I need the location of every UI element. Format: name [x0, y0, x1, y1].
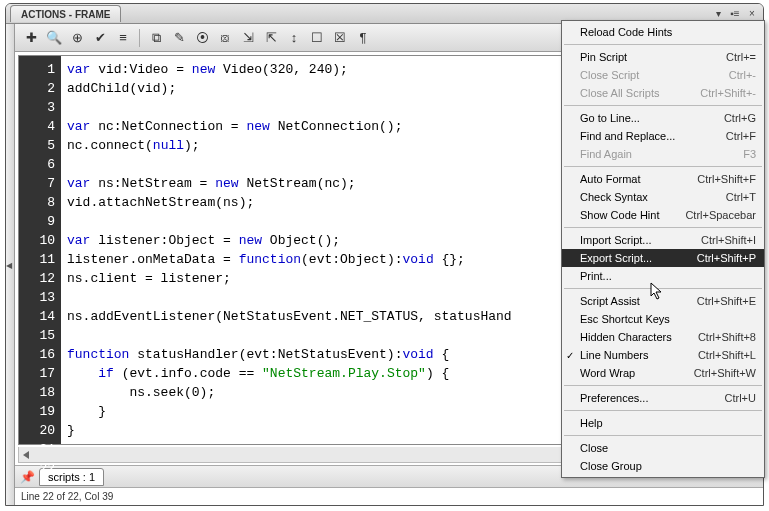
line-number: 11: [19, 250, 61, 269]
menu-item-auto-format[interactable]: Auto FormatCtrl+Shift+F: [562, 170, 764, 188]
remove-comment-icon[interactable]: ☒: [330, 28, 350, 48]
line-number: 3: [19, 98, 61, 117]
menu-item-shortcut: F3: [743, 148, 756, 160]
menu-item-label: Check Syntax: [580, 191, 726, 203]
line-number: 9: [19, 212, 61, 231]
menu-item-check-syntax[interactable]: Check SyntaxCtrl+T: [562, 188, 764, 206]
menu-item-show-code-hint[interactable]: Show Code HintCtrl+Spacebar: [562, 206, 764, 224]
debug-options-icon[interactable]: ✎: [169, 28, 189, 48]
menu-item-shortcut: Ctrl+Shift+L: [698, 349, 756, 361]
menu-item-label: Import Script...: [580, 234, 701, 246]
menu-item-label: Auto Format: [580, 173, 697, 185]
menu-separator: [564, 166, 762, 167]
remove-breakpoints-icon[interactable]: ⦻: [215, 28, 235, 48]
line-number: 10: [19, 231, 61, 250]
check-syntax-icon[interactable]: ✔: [90, 28, 110, 48]
menu-item-hidden-characters[interactable]: Hidden CharactersCtrl+Shift+8: [562, 328, 764, 346]
menu-item-label: Close All Scripts: [580, 87, 700, 99]
menu-separator: [564, 105, 762, 106]
menu-item-shortcut: Ctrl+T: [726, 191, 756, 203]
line-number: 2: [19, 79, 61, 98]
line-number: 15: [19, 326, 61, 345]
menu-item-label: Word Wrap: [580, 367, 694, 379]
line-number: 7: [19, 174, 61, 193]
check-icon: ✓: [566, 350, 574, 361]
menu-item-shortcut: Ctrl+=: [726, 51, 756, 63]
menu-item-label: Pin Script: [580, 51, 726, 63]
panel-title: ACTIONS - FRAME: [21, 9, 110, 20]
menu-item-label: Reload Code Hints: [580, 26, 756, 38]
menu-item-label: Line Numbers: [580, 349, 698, 361]
menu-item-shortcut: Ctrl+Shift+W: [694, 367, 756, 379]
add-script-icon[interactable]: ✚: [21, 28, 41, 48]
menu-item-shortcut: Ctrl+Shift+P: [697, 252, 756, 264]
menu-item-shortcut: Ctrl+G: [724, 112, 756, 124]
menu-item-export-script[interactable]: Export Script...Ctrl+Shift+P: [562, 249, 764, 267]
menu-item-import-script[interactable]: Import Script...Ctrl+Shift+I: [562, 231, 764, 249]
apply-comment-icon[interactable]: ☐: [307, 28, 327, 48]
menu-item-shortcut: Ctrl+U: [725, 392, 756, 404]
menu-item-go-to-line[interactable]: Go to Line...Ctrl+G: [562, 109, 764, 127]
sidebar-toggle-handle[interactable]: [6, 24, 15, 505]
line-number: 18: [19, 383, 61, 402]
menu-item-esc-shortcut-keys[interactable]: Esc Shortcut Keys: [562, 310, 764, 328]
menu-item-preferences[interactable]: Preferences...Ctrl+U: [562, 389, 764, 407]
menu-item-label: Hidden Characters: [580, 331, 698, 343]
collapse-icon[interactable]: ▾: [711, 7, 725, 20]
menu-item-close[interactable]: Close: [562, 439, 764, 457]
menu-item-help[interactable]: Help: [562, 414, 764, 432]
menu-item-label: Show Code Hint: [580, 209, 685, 221]
line-number: 4: [19, 117, 61, 136]
menu-separator: [564, 44, 762, 45]
expand-all-icon[interactable]: ↕: [284, 28, 304, 48]
menu-item-shortcut: Ctrl+F: [726, 130, 756, 142]
menu-item-label: Close Script: [580, 69, 729, 81]
line-number-gutter: 12345678910111213141516171819202122: [19, 56, 61, 444]
collapse-selection-icon[interactable]: ⇱: [261, 28, 281, 48]
menu-item-close-script: Close ScriptCtrl+-: [562, 66, 764, 84]
line-number: 12: [19, 269, 61, 288]
menu-item-pin-script[interactable]: Pin ScriptCtrl+=: [562, 48, 764, 66]
menu-separator: [564, 288, 762, 289]
target-path-icon[interactable]: ⊕: [67, 28, 87, 48]
menu-item-script-assist[interactable]: Script AssistCtrl+Shift+E: [562, 292, 764, 310]
collapse-between-icon[interactable]: ⇲: [238, 28, 258, 48]
line-number: 14: [19, 307, 61, 326]
menu-item-label: Print...: [580, 270, 756, 282]
cursor-position-text: Line 22 of 22, Col 39: [21, 491, 113, 502]
panel-menu-icon[interactable]: ▪≡: [728, 7, 742, 20]
menu-item-shortcut: Ctrl+Shift+F: [697, 173, 756, 185]
code-hint-icon[interactable]: ⧉: [146, 28, 166, 48]
line-number: 8: [19, 193, 61, 212]
menu-item-line-numbers[interactable]: ✓Line NumbersCtrl+Shift+L: [562, 346, 764, 364]
close-panel-icon[interactable]: ×: [745, 7, 759, 20]
panel-options-menu: Reload Code HintsPin ScriptCtrl+=Close S…: [561, 20, 765, 478]
menu-item-close-group[interactable]: Close Group: [562, 457, 764, 475]
menu-item-label: Script Assist: [580, 295, 697, 307]
show-hidden-icon[interactable]: ¶: [353, 28, 373, 48]
breakpoint-toggle-icon[interactable]: ⦿: [192, 28, 212, 48]
menu-item-word-wrap[interactable]: Word WrapCtrl+Shift+W: [562, 364, 764, 382]
menu-item-shortcut: Ctrl+Shift+8: [698, 331, 756, 343]
menu-item-label: Find Again: [580, 148, 743, 160]
line-number: 17: [19, 364, 61, 383]
auto-format-icon[interactable]: ≡: [113, 28, 133, 48]
line-number: 19: [19, 402, 61, 421]
menu-item-shortcut: Ctrl+Shift+E: [697, 295, 756, 307]
statusbar: Line 22 of 22, Col 39: [15, 487, 763, 505]
menu-separator: [564, 385, 762, 386]
menu-item-label: Close Group: [580, 460, 756, 472]
menu-item-label: Esc Shortcut Keys: [580, 313, 756, 325]
panel-title-tab[interactable]: ACTIONS - FRAME: [10, 5, 121, 22]
menu-item-reload-code-hints[interactable]: Reload Code Hints: [562, 23, 764, 41]
find-icon[interactable]: 🔍: [44, 28, 64, 48]
menu-separator: [564, 410, 762, 411]
menu-item-shortcut: Ctrl+-: [729, 69, 756, 81]
menu-item-label: Export Script...: [580, 252, 697, 264]
menu-item-label: Close: [580, 442, 756, 454]
menu-item-label: Find and Replace...: [580, 130, 726, 142]
line-number: 16: [19, 345, 61, 364]
menu-item-label: Preferences...: [580, 392, 725, 404]
menu-item-find-and-replace[interactable]: Find and Replace...Ctrl+F: [562, 127, 764, 145]
menu-item-print[interactable]: Print...: [562, 267, 764, 285]
